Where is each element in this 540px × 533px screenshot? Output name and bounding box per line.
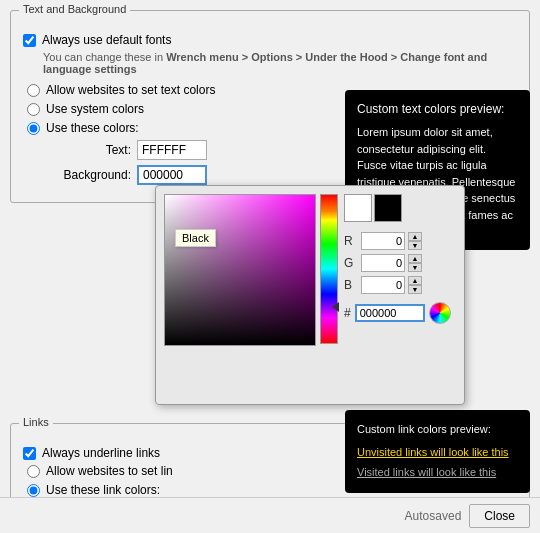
color-picker-body: R ▲ ▼ G ▲ ▼ B ▲ [164,194,456,396]
rgb-hex-controls: R ▲ ▼ G ▲ ▼ B ▲ [344,194,456,396]
radio-system-colors-input[interactable] [27,103,40,116]
g-down-btn[interactable]: ▼ [408,263,422,272]
g-up-btn[interactable]: ▲ [408,254,422,263]
b-spinner: ▲ ▼ [408,276,422,294]
r-row: R ▲ ▼ [344,232,456,250]
fonts-hint: You can change these in Wrench menu > Op… [43,51,517,75]
radio-these-colors-input[interactable] [27,122,40,135]
link-preview-box: Custom link colors preview: Unvisited li… [345,410,530,493]
swatch-white[interactable] [344,194,372,222]
links-title: Links [19,416,53,428]
g-input[interactable] [361,254,405,272]
b-row: B ▲ ▼ [344,276,456,294]
r-down-btn[interactable]: ▼ [408,241,422,250]
hue-slider-container [320,194,338,344]
color-picker-popup: R ▲ ▼ G ▲ ▼ B ▲ [155,185,465,405]
r-up-btn[interactable]: ▲ [408,232,422,241]
radio-these-link-colors-input[interactable] [27,484,40,497]
hex-row: # [344,302,456,324]
g-label: G [344,256,358,270]
bg-field-label: Background: [51,168,131,182]
color-saturation-square[interactable] [164,194,314,344]
radio-allow-links-input[interactable] [27,465,40,478]
autosaved-text: Autosaved [405,509,462,523]
r-input[interactable] [361,232,405,250]
always-underline-label: Always underline links [42,446,160,460]
text-color-input[interactable] [137,140,207,160]
preview-title: Custom text colors preview: [357,100,518,118]
bottom-bar: Autosaved Close [0,497,540,533]
unvisited-link-preview: Unvisited links will look like this [357,443,518,463]
color-swatches [344,194,456,222]
b-input[interactable] [361,276,405,294]
color-wheel-button[interactable] [429,302,451,324]
always-fonts-label: Always use default fonts [42,33,171,47]
hex-label: # [344,306,351,320]
r-spinner: ▲ ▼ [408,232,422,250]
visited-link-preview: Visited links will look like this [357,463,518,483]
hue-arrow [332,302,339,312]
always-fonts-checkbox[interactable] [23,34,36,47]
text-field-label: Text: [51,143,131,157]
link-preview-title: Custom link colors preview: [357,420,518,440]
b-down-btn[interactable]: ▼ [408,285,422,294]
b-label: B [344,278,358,292]
hue-slider[interactable] [320,194,338,344]
bg-color-input[interactable] [137,165,207,185]
g-row: G ▲ ▼ [344,254,456,272]
hex-input[interactable] [355,304,425,322]
swatch-black[interactable] [374,194,402,222]
always-underline-checkbox[interactable] [23,447,36,460]
always-fonts-row: Always use default fonts [23,33,517,47]
close-button[interactable]: Close [469,504,530,528]
text-bg-title: Text and Background [19,3,130,15]
radio-allow-text-input[interactable] [27,84,40,97]
b-up-btn[interactable]: ▲ [408,276,422,285]
r-label: R [344,234,358,248]
g-spinner: ▲ ▼ [408,254,422,272]
